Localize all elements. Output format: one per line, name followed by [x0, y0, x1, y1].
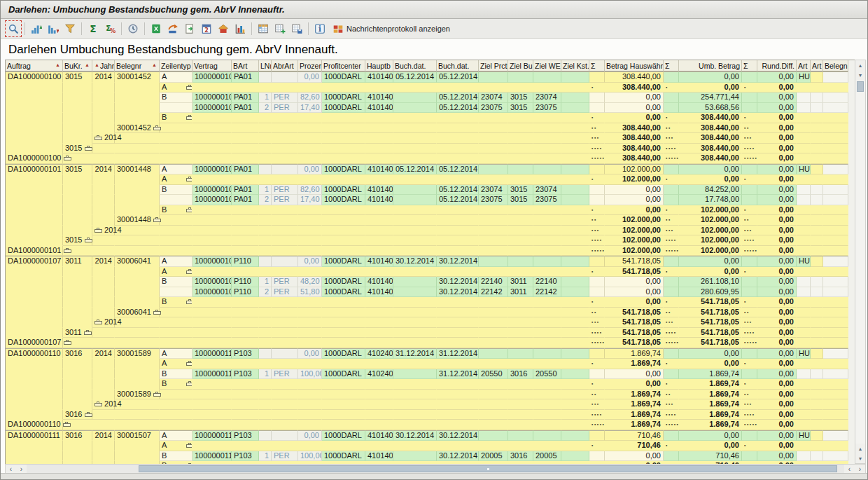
- cell-s3[interactable]: ▪▪: [742, 390, 757, 400]
- cell-lnr[interactable]: [259, 164, 272, 175]
- cell-zeilentyp[interactable]: B: [160, 369, 192, 380]
- cell-jahr[interactable]: 2014: [92, 399, 115, 410]
- cell-hauptb[interactable]: [365, 359, 393, 369]
- cell-umb[interactable]: 84.252,00: [679, 185, 742, 196]
- subtotal-row[interactable]: DA1000000107 ▪▪▪▪▪541.718,05▪▪▪▪▪541.718…: [6, 338, 848, 348]
- cell-s3[interactable]: [742, 92, 757, 103]
- cell-zp[interactable]: [479, 133, 508, 144]
- cell-bukr[interactable]: [63, 92, 92, 103]
- cell-bart[interactable]: [232, 174, 259, 185]
- cell-auftrag[interactable]: [6, 195, 63, 205]
- cell-abrart[interactable]: [272, 205, 298, 216]
- scroll-right-icon[interactable]: ›: [16, 465, 27, 473]
- cell-belegnr2[interactable]: [823, 369, 848, 380]
- cell-auftrag[interactable]: [6, 103, 63, 114]
- cell-hauptb[interactable]: [365, 441, 393, 451]
- cell-art2[interactable]: [811, 420, 823, 430]
- cell-zb[interactable]: [508, 153, 533, 164]
- cell-zk[interactable]: [561, 174, 589, 185]
- cell-bukr[interactable]: 3016: [63, 410, 92, 420]
- cell-art1[interactable]: [797, 103, 811, 114]
- cell-bd2[interactable]: [437, 267, 479, 277]
- cell-bd2[interactable]: [437, 153, 479, 164]
- cell-s1[interactable]: ▪: [589, 113, 605, 123]
- cell-belegnr2[interactable]: [823, 317, 848, 328]
- scroll-down-icon-bottom[interactable]: ▼: [855, 453, 865, 463]
- cell-zw[interactable]: [533, 235, 561, 246]
- cell-zeilentyp[interactable]: A: [160, 359, 192, 369]
- cell-s3[interactable]: ▪▪▪▪: [742, 144, 757, 154]
- cell-betrag[interactable]: 102.000,00: [605, 235, 664, 246]
- cell-vertrag[interactable]: 1000000107: [192, 277, 232, 287]
- cell-zb[interactable]: [508, 113, 533, 123]
- cell-s1[interactable]: ▪▪▪▪▪: [589, 338, 605, 348]
- cell-art2[interactable]: [811, 410, 823, 420]
- column-header-betrag[interactable]: Betrag Hauswähr: [605, 60, 664, 71]
- cell-art2[interactable]: [811, 399, 823, 410]
- cell-hauptb[interactable]: 410140: [365, 451, 393, 462]
- subtotal-drilldown-icon[interactable]: [85, 412, 92, 418]
- cell-zb[interactable]: 3011: [508, 277, 533, 287]
- scroll-up-icon[interactable]: ▲: [855, 60, 865, 70]
- cell-jahr[interactable]: [92, 153, 115, 164]
- cell-s3[interactable]: ▪▪▪▪▪: [742, 246, 757, 256]
- cell-belegnr2[interactable]: [823, 144, 848, 154]
- cell-s2[interactable]: [664, 92, 679, 103]
- cell-bart[interactable]: P103: [232, 348, 259, 359]
- cell-pc[interactable]: [322, 399, 365, 410]
- message-log-button[interactable]: Nachrichtenprotokoll anzeigen: [329, 21, 454, 36]
- cell-belegnr2[interactable]: [823, 379, 848, 390]
- column-header-zw[interactable]: Ziel WE: [533, 60, 561, 71]
- cell-bart[interactable]: [232, 390, 259, 400]
- cell-rund[interactable]: 0,00: [757, 308, 797, 318]
- cell-prozent[interactable]: [298, 113, 322, 123]
- cell-bd2[interactable]: [437, 226, 479, 236]
- cell-hauptb[interactable]: [365, 338, 393, 348]
- cell-zb[interactable]: [508, 205, 533, 216]
- cell-betrag[interactable]: 1.869,74: [605, 359, 664, 369]
- cell-bart[interactable]: PA01: [232, 195, 259, 205]
- cell-zb[interactable]: [508, 123, 533, 134]
- cell-bart[interactable]: [232, 267, 259, 277]
- cell-art1[interactable]: [797, 205, 811, 216]
- cell-prozent[interactable]: 100,00: [298, 369, 322, 380]
- cell-vertrag[interactable]: 1000000100: [192, 71, 232, 83]
- cell-bart[interactable]: [232, 410, 259, 420]
- cell-s2[interactable]: [664, 195, 679, 205]
- column-header-belegnr2[interactable]: Belegnr: [823, 60, 848, 71]
- cell-lnr[interactable]: [259, 215, 272, 226]
- cell-zeilentyp[interactable]: B: [160, 451, 192, 462]
- cell-hauptb[interactable]: [365, 328, 393, 338]
- export-excel-button[interactable]: [148, 21, 164, 36]
- cell-bart[interactable]: [232, 317, 259, 328]
- cell-s2[interactable]: ▪: [664, 267, 679, 277]
- cell-betrag[interactable]: 102.000,00: [605, 164, 664, 175]
- cell-bd2[interactable]: 30.12.2014: [437, 287, 479, 298]
- cell-rund[interactable]: 0,00: [757, 399, 797, 410]
- cell-zk[interactable]: [561, 113, 589, 123]
- cell-belegnr2[interactable]: [823, 174, 848, 185]
- cell-hauptb[interactable]: [365, 215, 393, 226]
- cell-prozent[interactable]: [298, 174, 322, 185]
- scroll-left-icon[interactable]: ‹: [6, 465, 16, 473]
- cell-zw[interactable]: 23074: [533, 92, 561, 103]
- subtotal-row[interactable]: A▪1.869,74▪0,00▪0,00: [6, 359, 848, 369]
- cell-bukr[interactable]: [63, 390, 92, 400]
- cell-umb[interactable]: 53.668,56: [679, 103, 742, 114]
- cell-abrart[interactable]: [272, 215, 298, 226]
- cell-bd2[interactable]: [437, 441, 479, 451]
- cell-s1[interactable]: ▪▪: [589, 308, 605, 318]
- cell-betrag[interactable]: 1.869,74: [605, 399, 664, 410]
- cell-s2[interactable]: ▪: [664, 441, 679, 451]
- cell-art2[interactable]: [811, 308, 823, 318]
- cell-zw[interactable]: 20550: [533, 369, 561, 380]
- cell-zb[interactable]: [508, 410, 533, 420]
- cell-zeilentyp[interactable]: [160, 308, 192, 318]
- cell-umb[interactable]: 102.000,00: [679, 205, 742, 216]
- cell-art1[interactable]: [797, 215, 811, 226]
- cell-hauptb[interactable]: [365, 226, 393, 236]
- cell-s3[interactable]: [742, 277, 757, 287]
- cell-pc[interactable]: 1000DARL: [322, 256, 365, 267]
- sort-ascending-button[interactable]: [29, 21, 44, 36]
- cell-zw[interactable]: [533, 215, 561, 226]
